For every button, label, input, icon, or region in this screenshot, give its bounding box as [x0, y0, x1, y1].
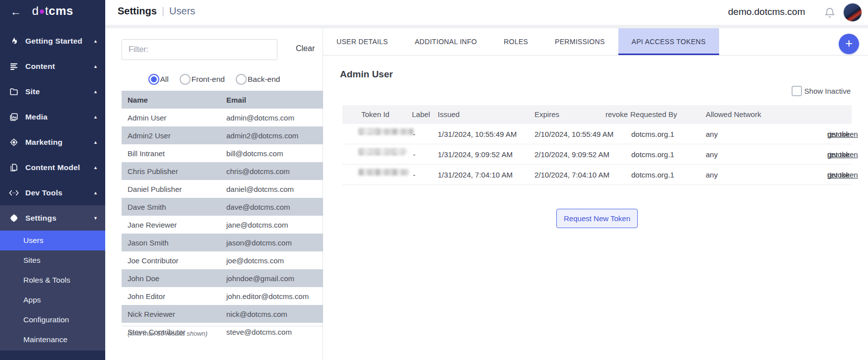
table-row[interactable]: John Editorjohn.editor@dotcms.com	[122, 287, 323, 305]
column-header-name: Name	[122, 96, 226, 104]
sidebar-item-media[interactable]: Media ▲	[0, 104, 105, 129]
get-token-link[interactable]: get token	[827, 144, 858, 165]
table-row[interactable]: Admin Useradmin@dotcms.com	[122, 109, 323, 126]
column-header-expires: Expires	[534, 105, 559, 124]
token-expires: 2/10/2024, 10:55:49 AM	[534, 124, 613, 144]
get-token-link[interactable]: get token	[827, 165, 858, 185]
radio-back-end[interactable]: Back-end	[236, 74, 280, 85]
user-email: nick@dotcms.com	[226, 310, 323, 318]
page-subtitle: Users	[169, 5, 195, 16]
user-name: Chris Publisher	[122, 167, 226, 176]
get-token-link[interactable]: get token	[827, 124, 858, 144]
tab-user-details[interactable]: USER DETAILS	[323, 28, 401, 55]
user-type-radio-group: All Front-end Back-end	[105, 74, 323, 85]
radio-unselected-icon	[180, 74, 191, 85]
dotcms-admin-window: ← d●tcms Getting Started ▲ Content ▲ Sit…	[0, 0, 868, 360]
sidebar-item-apps[interactable]: Apps	[0, 290, 105, 310]
token-row: - 1/31/2024, 10:55:49 AM 2/10/2024, 10:5…	[342, 124, 852, 144]
request-new-token-button[interactable]: Request New Token	[556, 209, 638, 228]
sidebar-item-maintenance[interactable]: Maintenance	[0, 330, 105, 350]
radio-front-end[interactable]: Front-end	[180, 74, 225, 85]
user-email: admin2@dotcms.com	[226, 131, 323, 140]
bell-icon[interactable]	[824, 7, 835, 19]
show-inactive-checkbox[interactable]	[792, 86, 802, 96]
sidebar-item-label: Media	[25, 113, 48, 121]
chevron-up-icon: ▲	[93, 64, 98, 69]
code-icon	[9, 188, 19, 198]
token-requested-by: dotcms.org.1	[631, 144, 674, 165]
sidebar-item-users[interactable]: Users	[0, 231, 105, 250]
chevron-up-icon: ▲	[93, 165, 98, 170]
table-row[interactable]: Jason Smithjason@dotcms.com	[122, 234, 323, 251]
column-header-label: Label	[412, 105, 430, 124]
users-table-header: Name Email	[122, 91, 323, 109]
sidebar-item-settings[interactable]: Settings ▼	[0, 205, 105, 231]
column-header-allowed-network: Allowed Network	[706, 105, 761, 124]
token-allowed-network: any	[706, 165, 718, 185]
user-name: Jane Reviewer	[122, 221, 226, 229]
radio-label: Back-end	[248, 75, 280, 84]
radio-all[interactable]: All	[148, 74, 169, 85]
user-name: John Editor	[122, 292, 226, 300]
tab-additional-info[interactable]: ADDITIONAL INFO	[401, 28, 490, 55]
table-row[interactable]: John Doejohndoe@gmail.com	[122, 269, 323, 287]
sidebar-item-label: Getting Started	[25, 37, 82, 46]
show-inactive-label: Show Inactive	[804, 87, 851, 95]
tab-roles[interactable]: ROLES	[490, 28, 541, 55]
radio-unselected-icon	[236, 74, 247, 85]
content-lines-icon	[9, 61, 19, 71]
show-inactive-control: Show Inactive	[792, 86, 851, 96]
table-row[interactable]: Bill Intranetbill@dotcms.com	[122, 144, 323, 162]
tab-permissions[interactable]: PERMISSIONS	[541, 28, 618, 55]
table-row[interactable]: Joe Contributorjoe@dotcms.com	[122, 251, 323, 269]
sidebar-item-label: Dev Tools	[25, 188, 63, 197]
user-email: jason@dotcms.com	[226, 239, 323, 247]
user-list-panel: Clear All Front-end Back-end Name Email …	[105, 28, 323, 360]
sidebar-item-label: Settings	[25, 214, 57, 223]
site-selector: demo.dotcms.com	[728, 6, 805, 17]
sidebar-item-label: Content Model	[25, 163, 80, 172]
chevron-down-icon: ▼	[93, 216, 98, 221]
user-name: Admin User	[122, 114, 226, 122]
logo-text: cms	[49, 4, 73, 17]
token-issued: 1/31/2024, 9:09:52 AM	[438, 144, 513, 165]
sidebar-item-content-model[interactable]: Content Model ▲	[0, 155, 105, 180]
pages-icon	[9, 163, 19, 173]
table-row[interactable]: Nick Reviewernick@dotcms.com	[122, 305, 323, 323]
table-row[interactable]: Dave Smithdave@dotcms.com	[122, 198, 323, 216]
token-label: -	[413, 144, 415, 165]
token-expires: 2/10/2024, 7:04:10 AM	[534, 165, 609, 185]
sidebar-item-roles-tools[interactable]: Roles & Tools	[0, 270, 105, 290]
user-name: Bill Intranet	[122, 149, 226, 158]
table-row[interactable]: Admin2 Useradmin2@dotcms.com	[122, 126, 323, 144]
sidebar-item-label: Content	[25, 62, 55, 71]
sidebar-item-content[interactable]: Content ▲	[0, 54, 105, 79]
user-email: jane@dotcms.com	[226, 221, 323, 229]
user-name: Daniel Publisher	[122, 185, 226, 193]
tab-api-access-tokens[interactable]: API ACCESS TOKENS	[618, 28, 719, 55]
dotcms-logo: d●tcms	[0, 4, 105, 18]
sidebar-item-configuration[interactable]: Configuration	[0, 310, 105, 330]
selected-user-heading: Admin User	[340, 69, 393, 80]
column-header-token-id: Token Id	[361, 105, 390, 124]
table-row[interactable]: Chris Publisherchris@dotcms.com	[122, 162, 323, 180]
sidebar-item-marketing[interactable]: Marketing ▲	[0, 129, 105, 155]
sidebar-item-getting-started[interactable]: Getting Started ▲	[0, 28, 105, 54]
sidebar-item-site[interactable]: Site ▲	[0, 79, 105, 104]
sidebar-item-sites[interactable]: Sites	[0, 250, 105, 270]
folder-icon	[9, 87, 19, 97]
table-row[interactable]: Daniel Publisherdaniel@dotcms.com	[122, 180, 323, 198]
add-user-button[interactable]: +	[839, 34, 859, 54]
page-title: Settings	[118, 5, 157, 16]
clear-button[interactable]: Clear	[296, 44, 315, 53]
chevron-up-icon: ▲	[93, 190, 98, 195]
chevron-up-icon: ▲	[93, 115, 98, 120]
avatar[interactable]	[843, 3, 862, 22]
logo-dot-icon: ●	[39, 5, 45, 16]
token-label: -	[413, 165, 415, 185]
user-email: chris@dotcms.com	[226, 167, 323, 176]
sidebar-item-dev-tools[interactable]: Dev Tools ▲	[0, 180, 105, 205]
table-row[interactable]: Jane Reviewerjane@dotcms.com	[122, 216, 323, 234]
filter-input[interactable]	[122, 39, 277, 60]
user-name: Dave Smith	[122, 203, 226, 211]
